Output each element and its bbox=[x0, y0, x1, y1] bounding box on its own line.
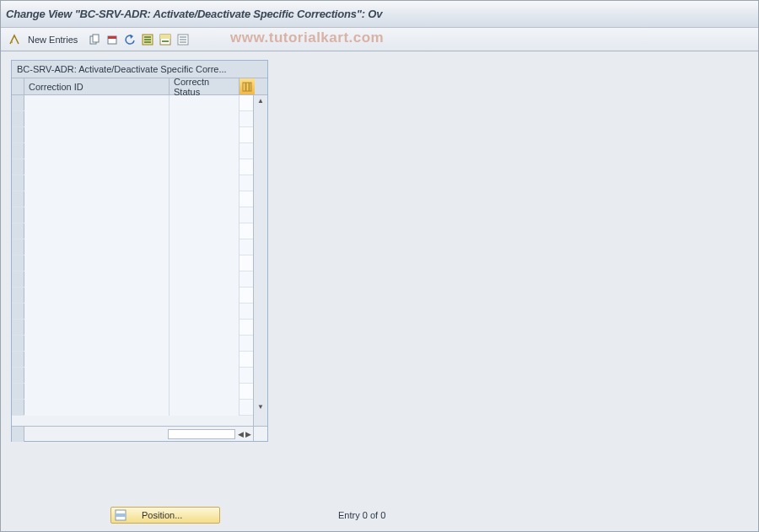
row-handle[interactable] bbox=[12, 239, 24, 255]
cell-correction-status[interactable] bbox=[170, 175, 240, 191]
row-handle[interactable] bbox=[12, 175, 24, 191]
row-handle[interactable] bbox=[12, 127, 24, 142]
deselect-all-icon[interactable] bbox=[175, 31, 191, 48]
row-handle[interactable] bbox=[12, 111, 24, 126]
row-handle[interactable] bbox=[12, 143, 24, 159]
cell-correction-status[interactable] bbox=[170, 143, 240, 159]
horizontal-scrollbar[interactable]: ◀ ▶ bbox=[24, 427, 253, 441]
select-block-icon[interactable] bbox=[157, 31, 174, 48]
row-handle[interactable] bbox=[12, 384, 24, 399]
cell-correction-id[interactable] bbox=[24, 255, 170, 271]
delete-icon[interactable] bbox=[104, 31, 121, 48]
cell-correction-status[interactable] bbox=[170, 336, 240, 352]
cell-correction-status[interactable] bbox=[170, 287, 240, 304]
cell-correction-status[interactable] bbox=[170, 159, 240, 175]
undo-icon[interactable] bbox=[121, 31, 138, 48]
table-row[interactable] bbox=[12, 95, 267, 111]
cell-correction-id[interactable] bbox=[24, 175, 170, 191]
cell-correction-id[interactable] bbox=[24, 159, 170, 175]
table-row[interactable] bbox=[12, 320, 267, 336]
row-handle[interactable] bbox=[12, 159, 24, 175]
configure-columns-icon[interactable] bbox=[240, 78, 255, 94]
row-handle[interactable] bbox=[12, 287, 24, 303]
cell-correction-status[interactable] bbox=[170, 320, 240, 336]
cell-correction-id[interactable] bbox=[24, 336, 170, 352]
column-correction-id[interactable]: Correction ID bbox=[24, 78, 170, 94]
row-handle[interactable] bbox=[12, 207, 24, 223]
row-handle[interactable] bbox=[12, 368, 24, 383]
cell-correction-status[interactable] bbox=[170, 368, 240, 384]
cell-correction-id[interactable] bbox=[24, 207, 170, 223]
cell-correction-id[interactable] bbox=[24, 127, 170, 143]
row-handle[interactable] bbox=[12, 271, 24, 287]
table-row[interactable] bbox=[12, 400, 267, 416]
cell-correction-id[interactable] bbox=[24, 223, 170, 239]
table-row[interactable] bbox=[12, 175, 267, 191]
cell-correction-status[interactable] bbox=[170, 191, 240, 207]
table-row[interactable] bbox=[12, 336, 267, 352]
cell-correction-id[interactable] bbox=[24, 304, 170, 320]
cell-correction-status[interactable] bbox=[170, 95, 240, 111]
cell-correction-id[interactable] bbox=[24, 368, 170, 384]
table-row[interactable] bbox=[12, 368, 267, 384]
table-row[interactable] bbox=[12, 207, 267, 223]
table-row[interactable] bbox=[12, 352, 267, 368]
row-handle[interactable] bbox=[12, 95, 24, 110]
table-row[interactable] bbox=[12, 384, 267, 400]
cell-correction-status[interactable] bbox=[170, 207, 240, 223]
table-row[interactable] bbox=[12, 191, 267, 207]
row-handle[interactable] bbox=[12, 400, 24, 415]
row-handle[interactable] bbox=[12, 191, 24, 207]
table-row[interactable] bbox=[12, 255, 267, 271]
row-handle[interactable] bbox=[12, 352, 24, 367]
row-handle[interactable] bbox=[12, 255, 24, 271]
cell-correction-id[interactable] bbox=[24, 95, 170, 111]
cell-correction-id[interactable] bbox=[24, 111, 170, 127]
cell-correction-status[interactable] bbox=[170, 384, 240, 400]
new-entries-button[interactable]: New Entries bbox=[24, 31, 85, 48]
table-row[interactable] bbox=[12, 127, 267, 143]
row-handle[interactable] bbox=[12, 320, 24, 335]
row-handle[interactable] bbox=[12, 304, 24, 319]
vertical-scrollbar[interactable]: ▲ ▼ bbox=[253, 95, 267, 426]
cell-correction-status[interactable] bbox=[170, 352, 240, 368]
cell-correction-id[interactable] bbox=[24, 400, 170, 416]
scroll-thumb[interactable] bbox=[168, 429, 235, 439]
cell-correction-status[interactable] bbox=[170, 223, 240, 239]
cell-correction-id[interactable] bbox=[24, 352, 170, 368]
position-button[interactable]: Position... bbox=[110, 507, 220, 524]
row-handle[interactable] bbox=[12, 223, 24, 239]
cell-correction-status[interactable] bbox=[170, 127, 240, 143]
scroll-down-icon[interactable]: ▼ bbox=[257, 403, 264, 411]
column-correction-status[interactable]: Correctn Status bbox=[170, 78, 240, 94]
row-handle[interactable] bbox=[12, 336, 24, 351]
cell-correction-id[interactable] bbox=[24, 191, 170, 207]
table-row[interactable] bbox=[12, 111, 267, 127]
cell-correction-status[interactable] bbox=[170, 255, 240, 271]
cell-correction-status[interactable] bbox=[170, 304, 240, 320]
cell-correction-status[interactable] bbox=[170, 271, 240, 287]
content-area: BC-SRV-ADR: Activate/Deactivate Specific… bbox=[1, 51, 758, 490]
copy-icon[interactable] bbox=[86, 31, 103, 48]
cell-correction-id[interactable] bbox=[24, 320, 170, 336]
table-row[interactable] bbox=[12, 239, 267, 255]
cell-correction-id[interactable] bbox=[24, 143, 170, 159]
table-row[interactable] bbox=[12, 159, 267, 175]
cell-correction-id[interactable] bbox=[24, 384, 170, 400]
cell-correction-status[interactable] bbox=[170, 111, 240, 127]
cell-correction-id[interactable] bbox=[24, 239, 170, 255]
toggle-icon[interactable] bbox=[6, 31, 23, 48]
scroll-right-icon[interactable]: ▶ bbox=[245, 430, 251, 438]
cell-correction-status[interactable] bbox=[170, 400, 240, 416]
select-all-icon[interactable] bbox=[139, 31, 156, 48]
scroll-left-icon[interactable]: ◀ bbox=[238, 430, 244, 438]
scroll-up-icon[interactable]: ▲ bbox=[257, 97, 264, 105]
cell-correction-status[interactable] bbox=[170, 239, 240, 255]
table-row[interactable] bbox=[12, 304, 267, 320]
cell-correction-id[interactable] bbox=[24, 287, 170, 304]
table-row[interactable] bbox=[12, 271, 267, 287]
table-row[interactable] bbox=[12, 223, 267, 239]
cell-correction-id[interactable] bbox=[24, 271, 170, 287]
table-row[interactable] bbox=[12, 143, 267, 159]
table-row[interactable] bbox=[12, 287, 267, 304]
